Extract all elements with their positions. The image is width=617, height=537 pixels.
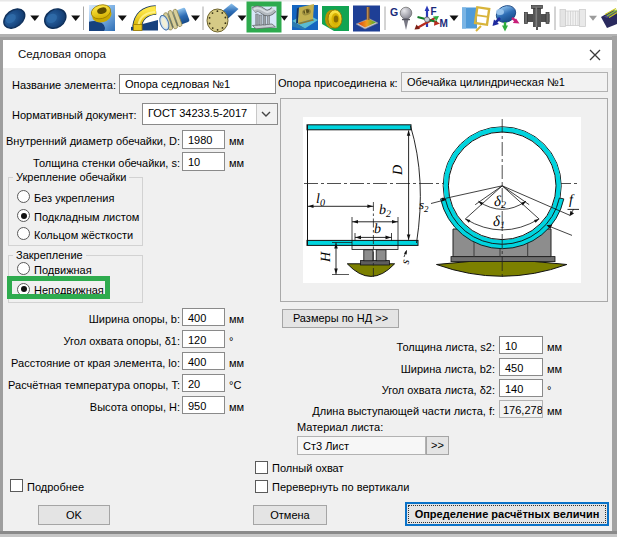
svg-text:H: H — [319, 251, 334, 263]
svg-text:F: F — [431, 6, 437, 17]
svg-text:b: b — [374, 222, 381, 237]
svg-text:D: D — [391, 165, 406, 176]
svg-text:M: M — [440, 18, 448, 29]
svg-text:G: G — [390, 6, 398, 18]
